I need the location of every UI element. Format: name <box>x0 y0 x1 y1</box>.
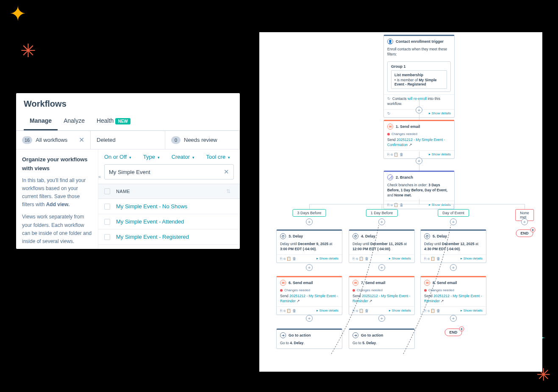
help-heading: Organize your workflows with views <box>22 155 92 173</box>
view-label: Needs review <box>184 137 217 143</box>
branch-pill-dayof[interactable]: Day of Event <box>438 209 469 217</box>
tab-analyze[interactable]: Analyze <box>58 113 91 130</box>
end-count-badge: 0 <box>459 326 464 331</box>
node-tools[interactable]: ⎘ ⊕ 📋 🗑 <box>353 309 369 313</box>
view-needs-review[interactable]: 0Needs review <box>165 131 240 149</box>
filter-tool-cre[interactable]: Tool cre ▾ <box>206 154 230 160</box>
table-header: NAME ⇅ <box>98 184 240 199</box>
sort-icon[interactable]: ⇅ <box>226 188 230 194</box>
add-step-button[interactable]: + <box>450 315 457 322</box>
node-delay-4[interactable]: ⏱4. DelayDelay until December 11, 2025 a… <box>349 229 415 263</box>
add-step-button[interactable]: + <box>306 264 313 271</box>
workflow-canvas-panel: 👤Contact enrollment trigger Enroll conta… <box>259 32 542 372</box>
sparkle-icon: ✳ <box>20 40 36 61</box>
node-delay-3[interactable]: ⏱3. DelayDelay until December 9, 2025 at… <box>276 229 342 263</box>
row-checkbox[interactable] <box>104 219 110 225</box>
clock-icon: ⏱ <box>280 233 286 239</box>
new-badge: NEW <box>115 118 130 124</box>
node-tools[interactable]: ⎘ ⊕ 📋 🗑 <box>424 257 440 261</box>
node-tools[interactable]: ⎘ ⊕ 📋 🗑 <box>280 309 296 313</box>
filter-type[interactable]: Type ▾ <box>143 154 160 160</box>
tab-health[interactable]: HealthNEW <box>91 113 136 130</box>
search-value: My Simple Event <box>109 169 150 175</box>
filter-on-or-off[interactable]: On or Off ▾ <box>104 154 131 160</box>
show-details-link[interactable]: ▸ Show details <box>316 309 339 312</box>
row-checkbox[interactable] <box>104 234 110 240</box>
mail-icon: ✉ <box>387 124 393 130</box>
sidebar-help: Organize your workflows with views In th… <box>16 149 98 249</box>
collapse-chevron-icon[interactable]: « <box>98 173 101 181</box>
end-node[interactable]: END0 <box>516 229 533 237</box>
workflow-link[interactable]: My Simple Event - Attended <box>116 218 184 225</box>
branch-pill-1day[interactable]: 1 Day Before <box>366 209 398 217</box>
end-node[interactable]: END0 <box>444 329 462 336</box>
table-row[interactable]: My Simple Event - Attended <box>98 214 240 229</box>
node-title: Contact enrollment trigger <box>396 39 444 44</box>
help-p1: In this tab, you'll find all your workfl… <box>22 177 92 209</box>
branch-icon: ⎇ <box>387 174 393 180</box>
col-name: NAME <box>116 189 130 194</box>
add-step-button[interactable]: + <box>378 264 385 271</box>
show-details-link[interactable]: ▸ Show details <box>389 257 411 260</box>
table-row[interactable]: My Simple Event - No Shows <box>98 199 240 214</box>
count-badge: 16 <box>22 136 32 144</box>
reenroll-link[interactable]: will re-enroll <box>408 97 427 101</box>
node-tools[interactable]: ⎘ ⊕ 📋 🗑 <box>353 257 369 261</box>
mail-icon: ✉ <box>424 280 430 286</box>
node-send-email-8[interactable]: ✉8. Send emailChanges neededSend 2025121… <box>420 276 486 315</box>
workflow-link[interactable]: My Simple Event - No Shows <box>116 203 187 210</box>
clear-search-icon[interactable]: ✕ <box>224 168 229 176</box>
mail-icon: ✉ <box>280 280 286 286</box>
node-tools[interactable]: ⎘ ⊕ 📋 🗑 <box>387 152 403 157</box>
end-count-badge: 0 <box>530 227 536 232</box>
mail-icon: ✉ <box>353 280 358 286</box>
email-link[interactable]: 20251212 - My Simple Event - Reminder <box>353 294 411 303</box>
row-checkbox[interactable] <box>104 204 110 210</box>
node-goto-2[interactable]: ➜Go to actionGo to 5. Delay. <box>349 329 415 349</box>
show-details-link[interactable]: ▸ Show details <box>429 203 451 207</box>
table-row[interactable]: My Simple Event - Registered <box>98 229 240 245</box>
sparkle-icon: ✦ <box>9 2 26 25</box>
view-all-workflows[interactable]: 16All workflows✕ <box>16 131 91 149</box>
add-step-button[interactable]: + <box>450 264 457 271</box>
filter-creator[interactable]: Creator ▾ <box>172 154 194 160</box>
show-details-link[interactable]: ▸ Show details <box>429 152 451 156</box>
criteria-heading: List membership <box>394 73 444 77</box>
workflows-list-panel: Workflows ManageAnalyzeHealthNEW 16All w… <box>16 93 240 249</box>
select-all-checkbox[interactable] <box>104 188 110 194</box>
view-label: All workflows <box>36 137 67 143</box>
add-step-button[interactable]: + <box>306 218 313 225</box>
node-send-email-6[interactable]: ✉6. Send emailChanges neededSend 2025121… <box>276 276 342 315</box>
add-step-button[interactable]: + <box>378 315 385 322</box>
tab-manage[interactable]: Manage <box>24 113 58 130</box>
view-deleted[interactable]: Deleted <box>91 131 165 149</box>
show-details-link[interactable]: ▸ Show details <box>429 111 451 115</box>
add-step-button[interactable]: + <box>306 315 313 322</box>
search-input[interactable]: My Simple Event ✕ <box>104 164 234 179</box>
add-step-button[interactable]: + <box>521 218 528 225</box>
goto-icon: ➜ <box>280 332 286 338</box>
node-delay-5[interactable]: ⏱5. DelayDelay until December 12, 2025 a… <box>420 229 486 263</box>
add-step-button[interactable]: + <box>450 218 457 225</box>
branch-pill-3days[interactable]: 3 Days Before <box>292 209 326 217</box>
add-step-button[interactable]: + <box>416 107 422 113</box>
add-step-button[interactable]: + <box>416 157 422 164</box>
user-icon: 👤 <box>387 39 393 44</box>
help-p2: Views work separately from your folders.… <box>22 213 92 246</box>
node-tools[interactable]: ⎘ ⊕ 📋 🗑 <box>280 257 296 261</box>
email-link[interactable]: 20251212 - My Simple Event - Reminder <box>424 294 482 303</box>
count-badge: 0 <box>171 136 180 144</box>
node-tools[interactable]: ⎘ ⊕ 📋 🗑 <box>424 309 440 313</box>
show-details-link[interactable]: ▸ Show details <box>389 309 411 312</box>
node-tools[interactable]: ⎘ ⊕ 📋 🗑 <box>387 203 403 207</box>
close-view-icon[interactable]: ✕ <box>79 136 84 144</box>
add-step-button[interactable]: + <box>378 218 385 225</box>
show-details-link[interactable]: ▸ Show details <box>316 257 339 260</box>
show-details-link[interactable]: ▸ Show details <box>461 257 483 260</box>
email-link[interactable]: 20251212 - My Simple Event - Reminder <box>280 294 338 303</box>
node-goto-1[interactable]: ➜Go to actionGo to 4. Delay. <box>276 329 342 349</box>
node-send-email-7[interactable]: ✉7. Send emailChanges neededSend 2025121… <box>349 276 415 315</box>
show-details-link[interactable]: ▸ Show details <box>461 309 483 312</box>
node-tools[interactable]: ↻ <box>387 111 391 116</box>
workflow-link[interactable]: My Simple Event - Registered <box>116 234 189 240</box>
